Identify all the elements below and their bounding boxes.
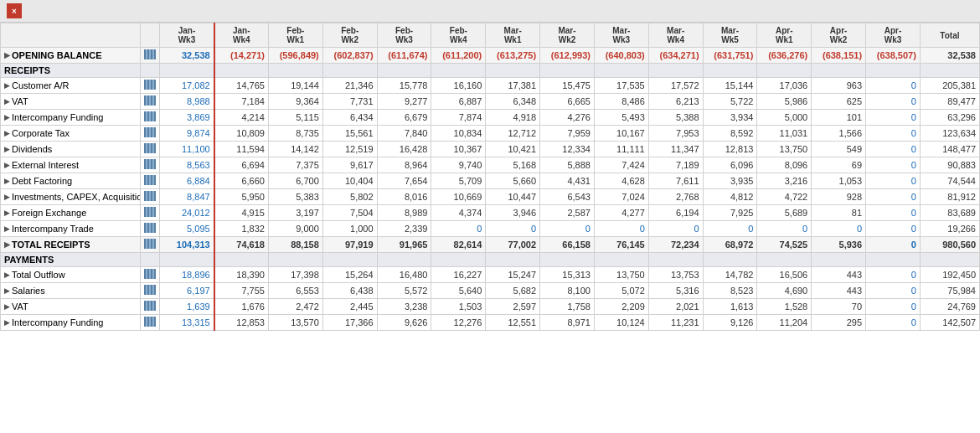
table-row: ▶ External Interest8,5636,6947,3759,6178… xyxy=(1,157,980,173)
chart-icon[interactable] xyxy=(144,80,156,90)
chart-icon-cell[interactable] xyxy=(141,267,160,283)
chart-icon[interactable] xyxy=(144,49,156,59)
close-button[interactable]: × xyxy=(7,3,22,18)
expand-arrow-icon[interactable]: ▶ xyxy=(4,193,10,201)
chart-icon[interactable] xyxy=(144,239,156,249)
expand-arrow-icon[interactable]: ▶ xyxy=(4,51,10,59)
chart-icon-cell[interactable] xyxy=(141,142,160,157)
header-apr-wk2: Apr-Wk2 xyxy=(812,23,866,48)
header-icon-col xyxy=(141,23,160,48)
chart-icon-cell[interactable] xyxy=(141,173,160,189)
table-row: ▶ Investments, CAPEX, Acquisition8,8475,… xyxy=(1,189,980,205)
table-row: ▶ Intercompany Funding3,8694,2145,1156,4… xyxy=(1,110,980,126)
table-row: ▶ Corporate Tax9,87410,8098,73515,5617,8… xyxy=(1,126,980,142)
chart-icon-cell[interactable] xyxy=(141,221,160,237)
chart-icon[interactable] xyxy=(144,111,156,121)
expand-arrow-icon[interactable]: ▶ xyxy=(4,209,10,217)
chart-icon[interactable] xyxy=(144,285,156,295)
table-row: ▶ OPENING BALANCE32,538(14,271)(596,849)… xyxy=(1,48,980,64)
chart-icon-cell[interactable] xyxy=(141,237,160,253)
table-row: ▶ VAT1,6391,6762,4722,4453,2381,5032,597… xyxy=(1,299,980,315)
chart-icon-cell[interactable] xyxy=(141,78,160,94)
table-row: ▶ VAT8,9887,1849,3647,7319,2776,8876,348… xyxy=(1,94,980,110)
chart-icon[interactable] xyxy=(144,207,156,217)
chart-icon-cell[interactable] xyxy=(141,205,160,221)
table-row: ▶ Customer A/R17,08214,76519,14421,34615… xyxy=(1,78,980,94)
chart-icon-cell[interactable] xyxy=(141,189,160,205)
chart-icon-cell[interactable] xyxy=(141,299,160,315)
chart-icon[interactable] xyxy=(144,317,156,327)
chart-icon-cell[interactable] xyxy=(141,157,160,173)
header-mar-wk3: Mar-Wk3 xyxy=(594,23,648,48)
table-row: ▶ Dividends11,10011,59414,14212,51916,42… xyxy=(1,142,980,157)
expand-arrow-icon[interactable]: ▶ xyxy=(4,302,10,311)
expand-arrow-icon[interactable]: ▶ xyxy=(4,240,10,249)
main-container: × Jan-Wk3 Jan-Wk xyxy=(0,0,980,433)
chart-icon-cell[interactable] xyxy=(141,283,160,299)
header-feb-wk3: Feb-Wk3 xyxy=(377,23,431,48)
expand-arrow-icon[interactable]: ▶ xyxy=(4,286,10,295)
chart-icon[interactable] xyxy=(144,191,156,201)
chart-icon-cell[interactable] xyxy=(141,315,160,331)
toolbar: × xyxy=(0,0,980,23)
chart-icon[interactable] xyxy=(144,159,156,169)
header-jan-wk3: Jan-Wk3 xyxy=(160,23,214,48)
table-row: ▶ Salaries6,1977,7556,5536,4385,5725,640… xyxy=(1,283,980,299)
chart-icon[interactable] xyxy=(144,301,156,311)
expand-arrow-icon[interactable]: ▶ xyxy=(4,113,10,121)
chart-icon[interactable] xyxy=(144,127,156,137)
header-apr-wk3: Apr-Wk3 xyxy=(866,23,921,48)
header-row: Jan-Wk3 Jan-Wk4 Feb-Wk1 Feb-Wk2 Feb-Wk3 … xyxy=(1,23,980,48)
expand-arrow-icon[interactable]: ▶ xyxy=(4,129,10,137)
table-row: ▶ Foreign Exchange24,0124,9153,1977,5048… xyxy=(1,205,980,221)
header-mar-wk5: Mar-Wk5 xyxy=(703,23,757,48)
header-jan-wk4: Jan-Wk4 xyxy=(214,23,269,48)
expand-arrow-icon[interactable]: ▶ xyxy=(4,97,10,106)
table-row: ▶ Debt Factoring6,8846,6606,70010,4047,6… xyxy=(1,173,980,189)
table-row: ▶ Total Outflow18,89618,39017,39815,2641… xyxy=(1,267,980,283)
expand-arrow-icon[interactable]: ▶ xyxy=(4,271,10,279)
chart-icon[interactable] xyxy=(144,95,156,106)
chart-icon[interactable] xyxy=(144,143,156,153)
header-feb-wk4: Feb-Wk4 xyxy=(431,23,486,48)
chart-icon-cell[interactable] xyxy=(141,126,160,142)
chart-icon[interactable] xyxy=(144,223,156,233)
chart-icon-cell[interactable] xyxy=(141,48,160,64)
table-row: RECEIPTS xyxy=(1,64,980,78)
header-feb-wk2: Feb-Wk2 xyxy=(322,23,377,48)
expand-arrow-icon[interactable]: ▶ xyxy=(4,224,10,233)
header-feb-wk1: Feb-Wk1 xyxy=(268,23,322,48)
header-label-col xyxy=(1,23,141,48)
header-mar-wk2: Mar-Wk2 xyxy=(540,23,595,48)
header-mar-wk1: Mar-Wk1 xyxy=(486,23,540,48)
table-row: ▶ Intercompany Funding13,31512,85313,570… xyxy=(1,315,980,331)
table-row: ▶ TOTAL RECEIPTS104,31374,61888,15897,91… xyxy=(1,237,980,253)
expand-arrow-icon[interactable]: ▶ xyxy=(4,81,10,90)
table-row: PAYMENTS xyxy=(1,253,980,267)
chart-icon-cell[interactable] xyxy=(141,110,160,126)
chart-icon[interactable] xyxy=(144,175,156,185)
chart-icon[interactable] xyxy=(144,269,156,279)
header-total: Total xyxy=(920,23,979,48)
header-apr-wk1: Apr-Wk1 xyxy=(757,23,812,48)
table-row: ▶ Intercompany Trade5,0951,8329,0001,000… xyxy=(1,221,980,237)
expand-arrow-icon[interactable]: ▶ xyxy=(4,177,10,185)
expand-arrow-icon[interactable]: ▶ xyxy=(4,318,10,327)
expand-arrow-icon[interactable]: ▶ xyxy=(4,161,10,169)
cashflow-table: Jan-Wk3 Jan-Wk4 Feb-Wk1 Feb-Wk2 Feb-Wk3 … xyxy=(0,23,980,331)
expand-arrow-icon[interactable]: ▶ xyxy=(4,145,10,153)
header-mar-wk4: Mar-Wk4 xyxy=(648,23,703,48)
chart-icon-cell[interactable] xyxy=(141,94,160,110)
